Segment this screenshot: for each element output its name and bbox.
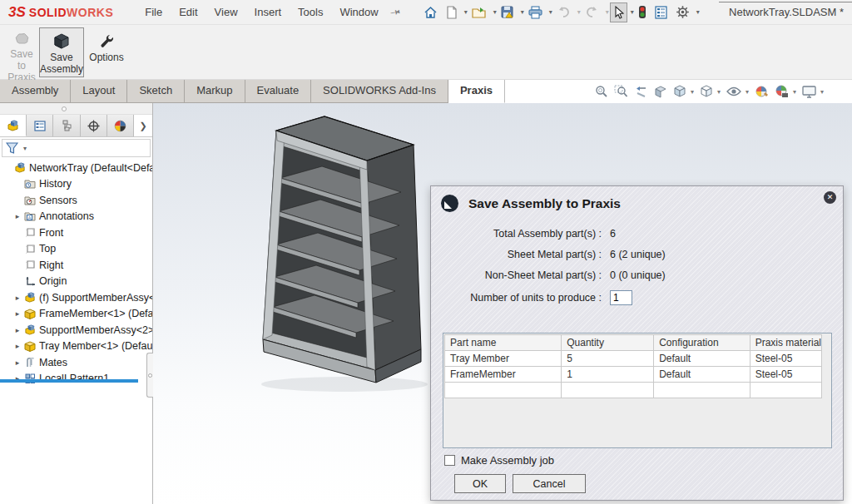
menu-view[interactable]: View [206,1,246,23]
menu-bar: 3S SOLIDWORKS File Edit View Insert Tool… [0,0,852,25]
menu-tools[interactable]: Tools [290,1,331,23]
part-icon [24,309,36,319]
display-style-button[interactable]: ▾ [700,85,721,98]
undo-button[interactable] [553,2,574,22]
ok-button[interactable]: OK [454,474,506,493]
apply-scene-button[interactable]: ▾ [775,85,796,98]
tree-item-framemember[interactable]: ▸ FrameMember<1> (Defaul [0,306,152,323]
new-document-button[interactable] [443,2,461,22]
tab-layout[interactable]: Layout [71,80,127,103]
edit-appearance-button[interactable] [755,85,769,98]
tab-evaluate[interactable]: Evaluate [245,80,312,103]
tab-sketch[interactable]: Sketch [127,80,185,103]
menu-file[interactable]: File [136,1,171,23]
view-orientation-button[interactable]: ▾ [673,85,694,98]
expand-arrow-icon[interactable]: ▸ [12,358,23,367]
save-assembly-button[interactable]: Save Assembly [39,27,84,77]
redo-button[interactable] [582,2,602,22]
tree-filter[interactable]: ▾ [2,139,151,157]
wrench-icon [99,32,115,50]
rollback-bar[interactable] [0,379,138,383]
home-icon [424,6,438,19]
table-row-empty[interactable] [445,383,822,398]
parts-table-container: Part name Quantity Configuration Praxis … [443,333,832,448]
displaymanager-tab[interactable] [107,115,134,136]
panel-grip[interactable] [0,103,152,115]
settings-button[interactable] [672,2,693,22]
save-caret[interactable]: ▾ [521,8,524,16]
tree-item-tray-member[interactable]: ▸ Tray Member<1> (Default- [0,338,152,355]
assembly-icon [24,292,36,303]
displaymanager-icon [114,120,126,132]
mates-icon [24,357,36,368]
tree-item-mates[interactable]: ▸ Mates [0,354,152,371]
dialog-close-icon[interactable]: ✕ [824,191,836,204]
home-button[interactable] [420,2,441,22]
save-button[interactable] [498,2,518,22]
expand-arrow-icon[interactable]: ▸ [12,326,23,334]
graphics-viewport[interactable]: Save Assembly to Praxis ✕ Total Assembly… [153,103,852,504]
dialog-header[interactable]: Save Assembly to Praxis ✕ [431,186,843,215]
zoom-area-button[interactable] [614,85,628,98]
propertymanager-tab[interactable] [27,115,53,136]
tree-item-history[interactable]: History [0,176,152,193]
tree-item-front-plane[interactable]: Front [0,225,152,241]
select-tool-caret[interactable]: ▾ [631,8,634,16]
tree-item-supportmemberassy-2[interactable]: ▸ SupportMemberAssy<2> ( [0,322,152,338]
total-assembly-parts-row: Total Assembly part(s) : 6 [431,228,843,240]
save-assembly-to-praxis-dialog: Save Assembly to Praxis ✕ Total Assembly… [430,185,844,501]
view-settings-button[interactable]: ▾ [802,86,824,98]
tab-markup[interactable]: Markup [185,80,245,103]
table-row[interactable]: FrameMember 1 Default Steel-05 [445,367,822,383]
pin-menu-icon[interactable]: 📌︎ [388,4,404,21]
praxis-logo-icon [441,195,458,212]
panel-tab-overflow[interactable]: ❯ [134,115,152,136]
section-view-button[interactable] [654,86,667,98]
filter-caret[interactable]: ▾ [23,145,27,152]
open-button[interactable] [468,2,490,22]
tree-item-networktray[interactable]: NetworkTray (Default<Defaul [0,160,152,176]
open-caret[interactable]: ▾ [493,8,497,16]
tree-item-annotations[interactable]: ▸ A Annotations [0,209,152,225]
save-to-praxis-button[interactable]: Save to Praxis [3,27,40,77]
tab-solidworks-add-ins[interactable]: SOLIDWORKS Add-Ins [311,80,448,103]
hide-show-button[interactable]: ▾ [726,86,749,97]
tree-item-sensors[interactable]: Sensors [0,192,152,209]
tree-item-origin[interactable]: Origin [0,274,152,290]
sensors-folder-icon [24,195,36,205]
select-tool-button[interactable] [610,2,627,22]
expand-arrow-icon[interactable]: ▸ [12,309,23,318]
zoom-fit-button[interactable] [595,85,608,98]
plane-icon [25,259,36,270]
tree-item-supportmemberassy-1[interactable]: ▸ (f) SupportMemberAssy<1: [0,289,152,306]
network-tray-model[interactable] [245,107,444,394]
menu-window[interactable]: Window [331,1,386,23]
expand-arrow-icon[interactable]: ▸ [12,294,23,302]
make-assembly-job-checkbox[interactable] [444,455,455,466]
print-caret[interactable]: ▾ [549,8,552,16]
menu-edit[interactable]: Edit [171,1,206,23]
settings-caret[interactable]: ▾ [696,8,700,16]
panel-splitter-handle[interactable] [146,353,153,398]
dimxpertmanager-tab[interactable] [81,115,107,136]
tab-assembly[interactable]: Assembly [0,80,71,103]
cancel-button[interactable]: Cancel [513,474,586,493]
previous-view-button[interactable] [634,86,648,98]
tree-item-top-plane[interactable]: Top [0,241,152,258]
menu-insert[interactable]: Insert [246,1,290,23]
rebuild-button[interactable] [635,2,650,22]
tree-item-right-plane[interactable]: Right [0,257,152,274]
options-button[interactable]: Options [87,27,126,77]
parts-table[interactable]: Part name Quantity Configuration Praxis … [444,334,822,398]
table-row[interactable]: Tray Member 5 Default Steel-05 [445,351,822,367]
expand-arrow-icon[interactable]: ▸ [12,342,23,350]
featuremanager-tab[interactable] [0,115,27,136]
expand-arrow-icon[interactable]: ▸ [12,212,23,220]
print-button[interactable] [525,2,546,22]
tab-praxis[interactable]: Praxis [448,80,505,103]
bom-button[interactable] [651,2,671,22]
document-tab-divider [719,2,852,2]
units-to-produce-input[interactable] [610,290,632,305]
configurationmanager-tab[interactable] [53,115,80,136]
new-document-caret[interactable]: ▾ [464,8,468,16]
